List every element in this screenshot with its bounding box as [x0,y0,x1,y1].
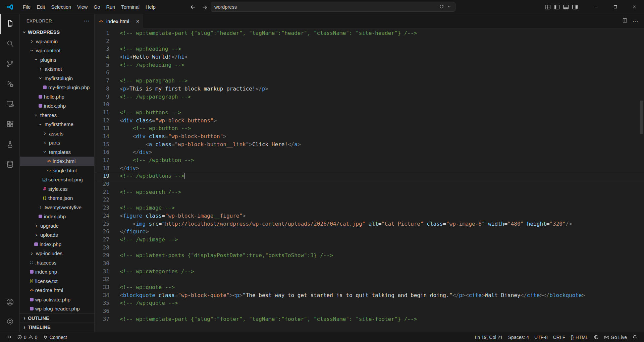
more-actions-icon[interactable]: ⋯ [84,17,90,24]
code-line-29[interactable]: 29<!-- wp:latest-posts {"displayPostDate… [95,251,644,260]
activity-account-button[interactable] [0,293,19,312]
chevron-down-icon[interactable] [447,4,452,10]
code-line-20[interactable]: 20 [95,180,644,188]
toggle-sidebar-right-icon[interactable] [572,4,578,10]
split-editor-icon[interactable] [622,18,628,24]
tree-folder-wp-admin[interactable]: ›wp-admin [20,37,94,46]
panel-outline[interactable]: › OUTLINE [20,314,94,323]
tree-folder-wp-includes[interactable]: ›wp-includes [20,249,94,258]
code-line-37[interactable]: 37<!-- wp:template-part {"slug":"footer"… [95,315,644,323]
code-line-21[interactable]: 21<!-- wp:search /--> [95,188,644,196]
code-line-3[interactable]: 3<!-- wp:heading --> [95,45,644,53]
code-line-13[interactable]: 13 <!-- wp:button --> [95,124,644,132]
activity-remote-explorer-button[interactable] [0,95,19,115]
close-button[interactable] [625,0,644,14]
code-line-30[interactable]: 30 [95,260,644,268]
tree-file-single.html[interactable]: <>single.html [20,166,94,175]
command-center[interactable]: wordpress [211,2,455,12]
tree-file-index.html[interactable]: <>index.html [20,157,94,166]
code-line-12[interactable]: 12<div class="wp-block-buttons"> [95,117,644,125]
code-line-24[interactable]: 24<figure class="wp-block-image__figure"… [95,212,644,220]
tree-file-wp-blog-header.php[interactable]: wp-blog-header.php [20,304,94,314]
code-line-16[interactable]: 16 </div> [95,148,644,156]
remote-indicator[interactable] [4,332,14,342]
tab-index-html[interactable]: <> index.html × [95,14,143,28]
encoding-indicator[interactable]: UTF-8 [532,332,550,342]
customize-layout-icon[interactable] [545,4,551,10]
tree-folder-twentytwentyfive[interactable]: ›twentytwentyfive [20,203,94,212]
code-line-28[interactable]: 28 [95,244,644,252]
tree-file-license.txt[interactable]: license.txt [20,277,94,286]
code-line-34[interactable]: 34<blockquote class="wp-block-quote"><p>… [95,291,644,299]
tree-folder-plugins[interactable]: ›plugins [20,55,94,65]
go-live-button[interactable]: Go Live [601,332,630,342]
menu-view[interactable]: View [74,3,91,11]
tree-file-hello.php[interactable]: hello.php [20,92,94,102]
activity-database-button[interactable] [0,155,19,175]
language-indicator[interactable]: {} HTML [568,332,591,342]
activity-explorer-button[interactable] [0,14,19,34]
panel-timeline[interactable]: › TIMELINE [20,323,94,332]
code-line-6[interactable]: 6 [95,69,644,77]
code-line-36[interactable]: 36 [95,307,644,315]
minimize-button[interactable] [587,0,606,14]
activity-testing-button[interactable] [0,135,19,155]
menu-file[interactable]: File [20,3,34,11]
tree-file-readme.html[interactable]: <>readme.html [20,286,94,295]
tree-file-index.php[interactable]: index.php [20,240,94,249]
code-line-35[interactable]: 35<!-- /wp:quote --> [95,299,644,307]
menu-help[interactable]: Help [143,3,159,11]
code-line-19[interactable]: 19<!-- /wp:buttons --> [95,172,644,180]
tree-folder-upgrade[interactable]: ›upgrade [20,221,94,231]
cursor-position[interactable]: Ln 19, Col 21 [472,332,505,342]
menu-selection[interactable]: Selection [48,3,74,11]
code-line-9[interactable]: 9<!-- /wp:paragraph --> [95,93,644,101]
code-line-11[interactable]: 11<!-- wp:buttons --> [95,109,644,117]
code-line-26[interactable]: 26</figure> [95,228,644,236]
code-line-18[interactable]: 18</div> [95,164,644,172]
tree-folder-myfirsttheme[interactable]: ›myfirsttheme [20,120,94,129]
menu-edit[interactable]: Edit [34,3,48,11]
tree-folder-themes[interactable]: ›themes [20,111,94,120]
tree-file-wp-activate.php[interactable]: wp-activate.php [20,295,94,304]
code-line-5[interactable]: 5<!-- /wp:heading --> [95,61,644,69]
tree-file-my-first-plugin.php[interactable]: my-first-plugin.php [20,83,94,92]
tree-file-index.php[interactable]: index.php [20,101,94,111]
toggle-sidebar-left-icon[interactable] [554,4,560,10]
tree-file-screenshot.png[interactable]: screenshot.png [20,175,94,184]
activity-search-button[interactable] [0,34,19,54]
browser-preview-button[interactable] [591,332,601,342]
code-line-14[interactable]: 14 <div class="wp-block-button"> [95,132,644,140]
tree-folder-wp-content[interactable]: ›wp-content [20,46,94,55]
code-line-15[interactable]: 15 <a class="wp-block-button__link">Clic… [95,140,644,149]
tree-file-.htaccess[interactable]: .htaccess [20,258,94,268]
activity-extensions-button[interactable] [0,115,19,135]
tree-file-style.css[interactable]: #style.css [20,184,94,194]
scrollbar[interactable] [640,101,643,134]
code-line-10[interactable]: 10 [95,101,644,109]
code-editor[interactable]: 1<!-- wp:template-part {"slug":"header",… [95,28,644,332]
code-line-27[interactable]: 27<!-- /wp:image --> [95,236,644,244]
problems-indicator[interactable]: 0 0 [14,332,40,342]
connect-button[interactable]: Connect [40,332,70,342]
code-line-22[interactable]: 22 [95,196,644,204]
activity-settings-button[interactable] [0,312,19,332]
activity-run-and-debug-button[interactable] [0,74,19,95]
tree-folder-akismet[interactable]: ›akismet [20,64,94,74]
code-line-1[interactable]: 1<!-- wp:template-part {"slug":"header",… [95,29,644,37]
back-arrow-icon[interactable] [190,0,196,14]
maximize-button[interactable] [606,0,625,14]
tree-folder-parts[interactable]: ›parts [20,138,94,148]
toggle-panel-icon[interactable] [563,4,569,10]
tree-file-index.php[interactable]: index.php [20,267,94,277]
eol-indicator[interactable]: CRLF [550,332,568,342]
menu-terminal[interactable]: Terminal [118,3,143,11]
code-line-2[interactable]: 2 [95,37,644,45]
menu-go[interactable]: Go [91,3,103,11]
code-line-25[interactable]: 25 <img src="http://localhost/wordpress/… [95,220,644,228]
tree-file-theme.json[interactable]: {}theme.json [20,193,94,203]
tree-folder-uploads[interactable]: ›uploads [20,230,94,240]
tree-folder-templates[interactable]: ›templates [20,148,94,157]
indentation-indicator[interactable]: Spaces: 4 [505,332,532,342]
editor-more-actions-icon[interactable]: ⋯ [632,18,638,25]
